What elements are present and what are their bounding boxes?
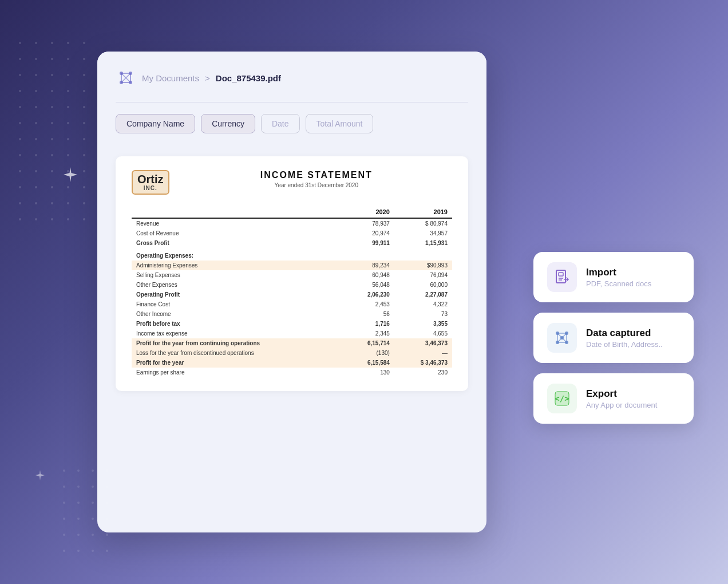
svg-point-32 (67, 42, 69, 44)
row-label: Income tax expense (132, 329, 344, 338)
svg-point-30 (35, 42, 37, 44)
row-2019: — (394, 348, 452, 358)
row-label: Finance Cost (132, 299, 344, 309)
svg-point-39 (19, 74, 21, 76)
svg-point-93 (63, 486, 65, 488)
income-table: 2020 2019 Revenue78,937$ 80,974Cost of R… (132, 206, 452, 377)
svg-point-51 (51, 106, 53, 108)
row-label: Cost of Revenue (132, 228, 344, 238)
doc-title-area: INCOME STATEMENT Year ended 31st Decembe… (181, 170, 452, 188)
row-2020: 130 (344, 368, 394, 377)
svg-line-22 (557, 338, 562, 342)
svg-point-71 (51, 170, 53, 172)
svg-point-98 (77, 502, 80, 504)
svg-point-52 (67, 106, 69, 108)
row-2019: 3,46,373 (394, 338, 452, 348)
export-subtitle: Any App or document (586, 401, 657, 409)
svg-point-60 (35, 138, 37, 140)
row-label: Profit for the year from continuing oper… (132, 338, 344, 348)
filter-currency[interactable]: Currency (201, 114, 255, 133)
row-2019: 3,355 (394, 319, 452, 329)
row-2019: 60,000 (394, 280, 452, 290)
svg-point-105 (63, 534, 65, 536)
svg-point-54 (19, 122, 21, 124)
svg-point-77 (67, 186, 69, 188)
svg-point-55 (35, 122, 37, 124)
svg-point-70 (35, 170, 37, 172)
svg-point-65 (35, 154, 37, 156)
filter-total-amount[interactable]: Total Amount (306, 114, 374, 133)
table-row: Earnings per share130230 (132, 368, 452, 377)
table-row: Selling Expenses60,94876,094 (132, 270, 452, 280)
company-logo-inc: INC. (137, 185, 164, 191)
svg-point-78 (83, 186, 85, 188)
doc-title: INCOME STATEMENT (181, 170, 452, 180)
svg-point-95 (92, 486, 94, 488)
svg-point-87 (67, 218, 69, 220)
svg-point-50 (35, 106, 37, 108)
svg-point-99 (92, 502, 94, 504)
row-2019: 4,322 (394, 299, 452, 309)
breadcrumb-current: Doc_875439.pdf (216, 73, 281, 83)
svg-point-43 (83, 74, 85, 76)
table-row: Other Income5673 (132, 309, 452, 319)
row-2020: (130) (344, 348, 394, 358)
svg-point-69 (19, 170, 21, 172)
company-logo: Ortiz INC. (132, 170, 169, 195)
svg-point-91 (92, 469, 94, 472)
row-2020: 6,15,584 (344, 358, 394, 368)
row-2019: 4,655 (394, 329, 452, 338)
svg-point-103 (92, 518, 94, 520)
svg-point-29 (19, 42, 21, 44)
row-label: Administering Expenses (132, 261, 344, 270)
svg-point-59 (19, 138, 21, 140)
breadcrumb-parent[interactable]: My Documents (142, 73, 199, 83)
svg-point-90 (77, 469, 80, 472)
svg-point-68 (83, 154, 85, 156)
breadcrumb: My Documents > Doc_875439.pdf (116, 68, 468, 88)
table-row: Profit for the year from continuing oper… (132, 338, 452, 348)
row-label: Loss for the year from discontinued oper… (132, 348, 344, 358)
filter-company-name[interactable]: Company Name (116, 114, 195, 133)
row-label: Operating Expenses: (132, 248, 344, 261)
svg-point-85 (35, 218, 37, 220)
svg-point-41 (51, 74, 53, 76)
row-label: Operating Profit (132, 290, 344, 299)
export-icon-box: </> (547, 384, 577, 413)
row-label: Earnings per share (132, 368, 344, 377)
svg-point-35 (35, 58, 37, 60)
col-2020-header: 2020 (344, 206, 394, 218)
import-text: Import PDF, Scanned docs (586, 267, 651, 288)
filter-date[interactable]: Date (261, 114, 300, 133)
table-row: Administering Expenses89,234$90,993 (132, 261, 452, 270)
svg-point-62 (67, 138, 69, 140)
table-row: Finance Cost2,4534,322 (132, 299, 452, 309)
breadcrumb-sep: > (205, 73, 210, 83)
svg-point-110 (77, 550, 80, 552)
sparkle-1 (62, 166, 79, 183)
row-label: Gross Profit (132, 238, 344, 248)
svg-point-76 (51, 186, 53, 188)
svg-point-49 (19, 106, 21, 108)
svg-point-45 (35, 90, 37, 92)
table-row: Profit for the year6,15,584$ 3,46,373 (132, 358, 452, 368)
svg-line-20 (557, 333, 562, 338)
svg-point-34 (19, 58, 21, 60)
data-captured-card: Data captured Date of Birth, Address.. (533, 313, 694, 363)
row-2020: 2,06,230 (344, 290, 394, 299)
data-captured-icon (553, 329, 571, 347)
export-card: </> Export Any App or document (533, 373, 694, 424)
svg-point-111 (92, 550, 94, 552)
row-2019: $ 3,46,373 (394, 358, 452, 368)
svg-text:</>: </> (555, 394, 569, 403)
table-row: Revenue78,937$ 80,974 (132, 218, 452, 228)
row-2020 (344, 248, 394, 261)
svg-point-94 (77, 486, 80, 488)
data-captured-subtitle: Date of Birth, Address.. (586, 340, 663, 349)
import-title: Import (586, 267, 651, 278)
svg-point-48 (83, 90, 85, 92)
feature-cards: Import PDF, Scanned docs Da (533, 252, 694, 424)
doc-subtitle: Year ended 31st December 2020 (181, 182, 452, 188)
svg-point-79 (19, 202, 21, 204)
svg-point-86 (51, 218, 53, 220)
